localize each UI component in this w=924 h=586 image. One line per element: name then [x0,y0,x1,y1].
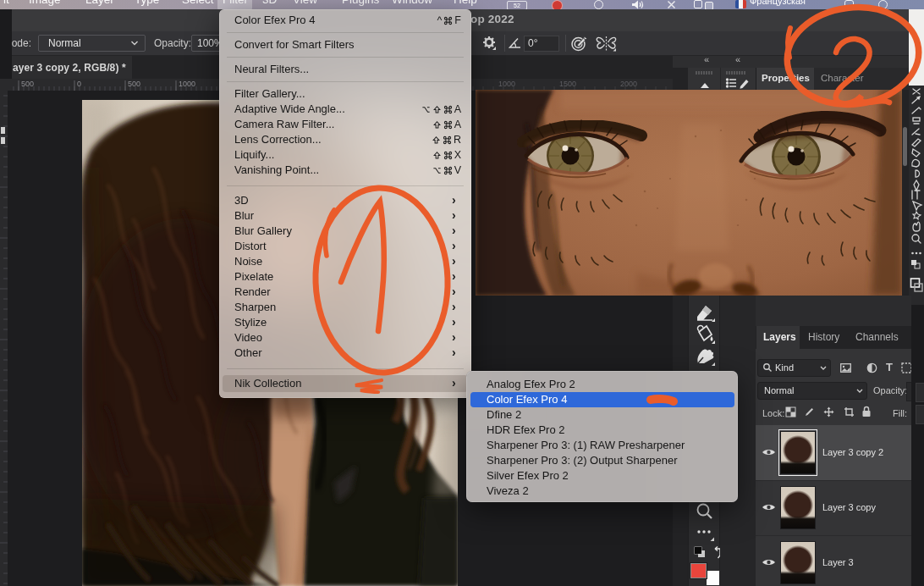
svg-text:1000: 1000 [498,80,515,88]
svg-text:2000: 2000 [620,80,637,88]
svg-text:500: 500 [128,80,140,88]
svg-text:0: 0 [77,80,81,88]
svg-text:1500: 1500 [559,80,576,88]
svg-text:1000: 1000 [179,80,195,88]
svg-text:500: 500 [21,80,34,88]
